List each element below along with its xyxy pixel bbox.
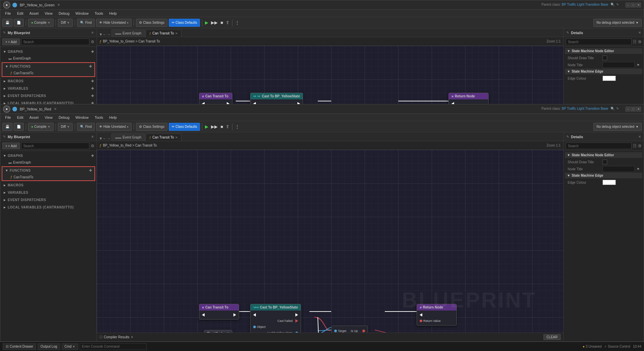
- menu-asset-bottom[interactable]: Asset: [27, 115, 42, 120]
- bottom-details-icon1[interactable]: ☷: [633, 144, 637, 148]
- skip-btn-bottom[interactable]: ⇧: [225, 124, 230, 129]
- top-details-search[interactable]: [566, 38, 632, 45]
- debug-selector-top[interactable]: No debug object selected ▼: [593, 19, 642, 27]
- return-node1-bottom[interactable]: ■ Return Node Return Value: [417, 304, 457, 326]
- node-title-input-bottom[interactable]: [602, 166, 635, 172]
- bottom-details-search[interactable]: [566, 143, 632, 149]
- clear-btn[interactable]: CLEAR: [544, 334, 561, 340]
- canvas-fwd-btn-bottom[interactable]: →: [107, 136, 111, 141]
- canvas-back-btn-bottom[interactable]: ←: [103, 136, 107, 141]
- bottom-details-close[interactable]: ✕: [638, 135, 641, 139]
- blueprint-settings-btn-bottom[interactable]: ⚙: [91, 144, 94, 148]
- compile-btn-top[interactable]: ● Compile ▼: [28, 19, 54, 27]
- minimize-btn-bottom[interactable]: –: [626, 107, 630, 111]
- graphs-header-bottom[interactable]: ▼ GRAPHS ✚: [0, 152, 96, 159]
- cast-to-bp-node-bottom[interactable]: ⇒⇒ Cast To BP_YellowState: [250, 304, 301, 333]
- source-control-text[interactable]: ✓ Source Control: [604, 345, 630, 348]
- close-btn-top[interactable]: ✕: [636, 3, 641, 7]
- add-btn-top[interactable]: + + Add: [2, 38, 20, 45]
- blueprint-search-bottom[interactable]: [21, 143, 89, 149]
- state-machine-edge-header-bottom[interactable]: ▼ State Machine Edge: [565, 173, 642, 178]
- event-dispatchers-header-top[interactable]: ► EVENT DISPATCHERS ✚: [0, 92, 96, 99]
- canvas-fwd-btn-top[interactable]: →: [107, 32, 111, 37]
- edit-icon-top[interactable]: ✎: [616, 3, 619, 6]
- variables-header-bottom[interactable]: ► VARIABLES: [0, 189, 96, 196]
- bottom-parent-class-link[interactable]: BP Traffic Light Transition Base: [562, 107, 608, 110]
- menu-view-top[interactable]: View: [42, 11, 55, 16]
- play-btn-bottom[interactable]: ▶: [204, 124, 209, 129]
- stop-btn-bottom[interactable]: ■: [220, 124, 224, 129]
- graphs-header-top[interactable]: ▼ GRAPHS ✚: [0, 48, 96, 55]
- canvas-down-btn-bottom[interactable]: ▼: [99, 136, 103, 141]
- console-input[interactable]: [80, 343, 147, 350]
- search-icon-top[interactable]: 🔍: [611, 3, 615, 6]
- can-transit-tab-close-bottom[interactable]: ✕: [175, 136, 178, 139]
- more-btn-bottom[interactable]: ⋮: [234, 124, 240, 129]
- can-transit-tab-close-top[interactable]: ✕: [175, 32, 178, 35]
- blueprint-search-top[interactable]: [21, 38, 89, 45]
- play-btn-top[interactable]: ▶: [204, 20, 209, 25]
- top-details-close[interactable]: ✕: [638, 31, 641, 34]
- should-draw-checkbox-bottom[interactable]: [602, 160, 607, 164]
- edge-colour-swatch-bottom[interactable]: [602, 180, 616, 185]
- top-parent-class-link[interactable]: BP Traffic Light Transition Base: [562, 3, 608, 6]
- menu-tools-bottom[interactable]: Tools: [92, 115, 106, 120]
- bottom-canvas-grid[interactable]: ■ Can Transit To: [97, 150, 563, 333]
- cast-to-bp-node-top[interactable]: ⇒ ⇒ Cast To BP_YellowState: [250, 93, 303, 105]
- diff-btn-top[interactable]: Diff ▼: [58, 19, 73, 27]
- macros-header-top[interactable]: ► MACROS ✚: [0, 78, 96, 84]
- menu-debug-bottom[interactable]: Debug: [56, 115, 72, 120]
- menu-help-top[interactable]: Help: [106, 11, 120, 16]
- search-icon-bottom[interactable]: 🔍: [611, 107, 615, 110]
- top-close-tab-icon[interactable]: ✕: [57, 3, 60, 7]
- state-machine-edge-header-top[interactable]: ▼ State Machine Edge: [565, 69, 642, 74]
- top-canvas-grid[interactable]: ■ Can Transit To: [97, 46, 563, 105]
- skip-btn-top[interactable]: ⇧: [225, 20, 230, 25]
- menu-edit-top[interactable]: Edit: [14, 11, 26, 16]
- bottom-details-icon2[interactable]: ⚙: [638, 144, 642, 148]
- menu-tools-top[interactable]: Tools: [92, 11, 106, 16]
- output-log-btn[interactable]: Output Log: [38, 343, 60, 350]
- event-graph-item-top[interactable]: ▬ EventGraph: [0, 55, 96, 62]
- class-defaults-btn-top[interactable]: ✏ Class Defaults: [169, 19, 200, 27]
- class-settings-btn-bottom[interactable]: ⚙ Class Settings: [136, 123, 167, 131]
- can-transit-to-tab-top[interactable]: ƒ Can Transit To ✕: [146, 29, 182, 37]
- hide-unrelated-btn-bottom[interactable]: 👁 Hide Unrelated ●: [96, 123, 132, 131]
- canvas-down-btn-top[interactable]: ▼: [99, 32, 103, 37]
- can-transit-to-node-bottom[interactable]: ■ Can Transit To: [199, 304, 239, 320]
- return-node1-top[interactable]: ■ Return Node Return Value: [448, 93, 489, 105]
- cmd-btn[interactable]: Cmd ▼: [62, 343, 78, 350]
- local-vars-header-bottom[interactable]: ► LOCAL VARIABLES (CANTRANSITTO): [0, 204, 96, 210]
- hide-unrelated-btn-top[interactable]: 👁 Hide Unrelated ●: [96, 19, 132, 27]
- menu-help-bottom[interactable]: Help: [106, 115, 120, 120]
- node-title-input-top[interactable]: [602, 62, 635, 68]
- event-graph-item-bottom[interactable]: ▬ EventGraph: [0, 159, 96, 166]
- add-func-icon-top[interactable]: ✚: [89, 65, 92, 68]
- find-btn-top[interactable]: 🔍 Find: [77, 19, 94, 27]
- compiler-results-close[interactable]: ✕: [131, 335, 133, 339]
- diff-btn-bottom[interactable]: Diff ▼: [58, 123, 73, 131]
- maximize-btn-top[interactable]: □: [631, 3, 636, 7]
- browse-btn-top[interactable]: 📄: [14, 19, 24, 27]
- can-transit-to-item-bottom[interactable]: ƒ CanTransitTo: [2, 174, 94, 180]
- can-transit-to-node-top[interactable]: ■ Can Transit To: [199, 93, 232, 105]
- menu-edit-bottom[interactable]: Edit: [14, 115, 26, 120]
- add-func-icon-bottom[interactable]: ✚: [89, 169, 92, 172]
- menu-file-top[interactable]: File: [2, 11, 14, 16]
- add-macro-icon-top[interactable]: ✚: [91, 79, 94, 83]
- step-btn-bottom[interactable]: ▶▶: [210, 124, 218, 129]
- functions-header-top[interactable]: ▼ FUNCTIONS ✚: [2, 63, 94, 70]
- save-btn-top[interactable]: 💾: [2, 19, 12, 27]
- menu-window-bottom[interactable]: Window: [73, 115, 91, 120]
- more-btn-top[interactable]: ⋮: [234, 20, 240, 25]
- blueprint-settings-btn-top[interactable]: ⚙: [91, 39, 94, 44]
- canvas-back-btn-top[interactable]: ←: [103, 32, 107, 37]
- state-machine-node-editor-header-top[interactable]: ▼ State Machine Node Editor: [565, 48, 642, 54]
- event-dispatchers-header-bottom[interactable]: ► EVENT DISPATCHERS: [0, 196, 96, 203]
- bottom-close-tab-icon[interactable]: ✕: [54, 107, 57, 111]
- menu-asset-top[interactable]: Asset: [27, 11, 42, 16]
- target-isup-node-bottom[interactable]: Target Is Up: [331, 326, 368, 333]
- add-btn-bottom[interactable]: + + Add: [2, 143, 20, 149]
- top-my-blueprint-close[interactable]: ✕: [91, 31, 94, 34]
- compiler-results-tab[interactable]: Compiler Results ✕: [104, 335, 133, 339]
